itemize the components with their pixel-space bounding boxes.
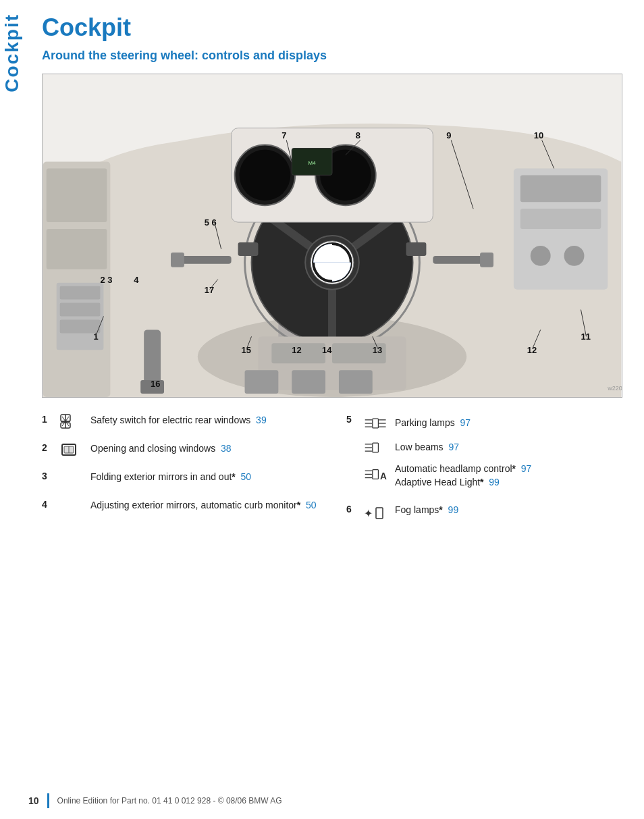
svg-rect-3	[47, 229, 107, 269]
item-5-sub-items: Parking lamps 97	[364, 414, 531, 489]
svg-rect-84	[373, 419, 379, 428]
svg-text:7: 7	[281, 130, 286, 140]
svg-text:M4: M4	[308, 160, 317, 166]
svg-rect-28	[520, 175, 601, 202]
auto-headlamp-text: Automatic headlamp control* 97 Adaptive …	[395, 463, 531, 489]
svg-rect-95	[373, 469, 379, 479]
label-item-5: 5	[346, 414, 624, 489]
label-item-3: 3 Folding exterior mirrors in and out* 5…	[42, 471, 319, 490]
footer-text: Online Edition for Part no. 01 41 0 012 …	[57, 796, 282, 805]
low-beams-text: Low beams 97	[395, 441, 531, 454]
svg-text:12: 12	[527, 345, 537, 355]
svg-rect-37	[60, 303, 101, 317]
item-text-3: Folding exterior mirrors in and out* 50	[90, 471, 319, 484]
sub-item-low-beams: Low beams 97	[364, 438, 531, 457]
label-item-1: 1 Safety switch for electric rear window…	[42, 414, 319, 433]
item-icon-1	[59, 414, 84, 433]
item-number-5: 5	[346, 414, 357, 425]
cockpit-diagram: M4	[42, 74, 622, 398]
svg-rect-14	[406, 242, 427, 256]
svg-rect-23	[178, 256, 232, 264]
svg-text:12: 12	[292, 345, 301, 355]
svg-text:15: 15	[242, 345, 251, 355]
footer-bar	[47, 793, 49, 808]
svg-point-30	[531, 246, 551, 266]
svg-text:A: A	[380, 471, 387, 481]
svg-rect-42	[292, 370, 325, 394]
item-icon-3	[59, 471, 84, 490]
left-column: 1 Safety switch for electric rear window…	[42, 414, 319, 532]
label-item-4: 4 Adjusting exterior mirrors, automatic …	[42, 499, 319, 518]
labels-section: 1 Safety switch for electric rear window…	[42, 414, 624, 532]
svg-text:2  3: 2 3	[100, 275, 112, 285]
item-number-1: 1	[42, 414, 53, 425]
sidebar-label: Cockpit	[0, 0, 24, 819]
auto-headlamp-icon: A	[364, 467, 388, 485]
svg-text:10: 10	[534, 130, 543, 140]
svg-rect-43	[339, 370, 373, 394]
svg-rect-39	[144, 329, 161, 384]
low-beams-icon	[364, 438, 388, 457]
svg-rect-29	[520, 209, 601, 229]
item-number-4: 4	[42, 499, 53, 510]
svg-rect-25	[433, 256, 487, 264]
sub-item-parking-lamps: Parking lamps 97	[364, 414, 531, 433]
item-number-3: 3	[42, 471, 53, 481]
svg-point-31	[564, 246, 585, 266]
svg-rect-24	[171, 253, 184, 267]
item-icon-2	[59, 442, 84, 461]
page-title: Cockpit	[42, 14, 624, 42]
main-content: Cockpit Around the steering wheel: contr…	[28, 0, 644, 559]
item-text-6: Fog lamps* 99	[395, 504, 624, 517]
svg-rect-98	[376, 508, 383, 519]
item-text-4: Adjusting exterior mirrors, automatic cu…	[90, 499, 319, 512]
svg-text:14: 14	[322, 345, 332, 355]
svg-text:8: 8	[356, 130, 360, 140]
item-icon-6: ✦	[364, 504, 388, 523]
svg-text:1: 1	[93, 332, 98, 342]
svg-rect-36	[60, 286, 101, 300]
svg-rect-91	[373, 443, 379, 452]
svg-rect-41	[245, 370, 279, 394]
label-item-6: 6 ✦ Fog lamps* 99	[346, 504, 624, 523]
svg-text:9: 9	[446, 130, 451, 140]
section-title: Around the steering wheel: controls and …	[42, 49, 624, 63]
svg-point-18	[240, 150, 291, 201]
right-column: 5	[346, 414, 624, 532]
item-text-1: Safety switch for electric rear windows …	[90, 414, 319, 427]
sub-item-auto-headlamp: A Automatic headlamp control* 97 Adaptiv…	[364, 463, 531, 489]
svg-text:16: 16	[151, 379, 160, 389]
footer: 10 Online Edition for Part no. 01 41 0 0…	[28, 793, 624, 808]
svg-text:✦: ✦	[364, 508, 373, 519]
item-number-6: 6	[346, 504, 357, 514]
item-text-2: Opening and closing windows 38	[90, 442, 319, 456]
parking-lamps-text: Parking lamps 97	[395, 417, 531, 430]
item-number-2: 2	[42, 442, 53, 453]
svg-rect-15	[238, 242, 259, 256]
label-item-2: 2 Opening and closing windows 38	[42, 442, 319, 461]
svg-rect-2	[47, 168, 107, 222]
svg-text:4: 4	[134, 275, 139, 285]
svg-rect-26	[480, 253, 493, 267]
parking-lamps-icon	[364, 414, 388, 433]
svg-text:w2201501: w2201501	[607, 385, 622, 392]
footer-page-number: 10	[28, 795, 39, 806]
item-icon-4	[59, 499, 84, 518]
